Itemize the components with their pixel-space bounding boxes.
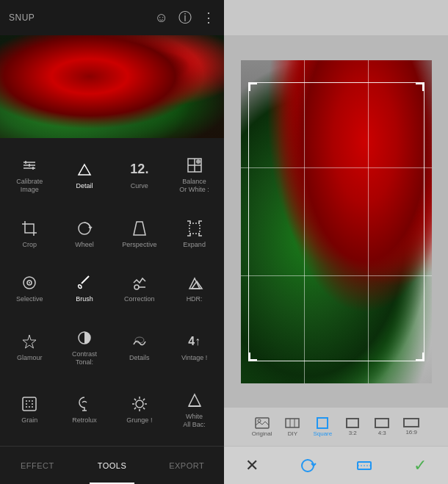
square-label: Square [313, 430, 332, 437]
tool-calibrate[interactable]: CalibrateImage [3, 144, 57, 205]
detail-icon [74, 159, 95, 180]
retrolux-icon [74, 394, 95, 414]
square-icon [317, 417, 328, 429]
details2-icon [129, 331, 150, 352]
curve-icon: 12. [129, 159, 150, 180]
svg-rect-25 [23, 397, 36, 411]
curve-label: Curve [131, 182, 148, 190]
svg-point-18 [134, 285, 139, 289]
tool-detail[interactable]: Detail [58, 144, 112, 205]
svg-line-43 [134, 408, 136, 409]
tool-retrolux[interactable]: Retrolux [58, 379, 112, 440]
tool-perspective[interactable]: Perspective [113, 206, 167, 260]
left-top-bar: SNUP ☺ ⓘ ⋮ [0, 0, 224, 35]
svg-point-32 [29, 406, 30, 408]
retrolux-label: Retrolux [72, 416, 97, 425]
ratio43-icon [375, 418, 389, 428]
hdr-label: HDR: [187, 295, 203, 303]
tool-details2[interactable]: Details [113, 316, 167, 377]
tool-wheel[interactable]: Wheel [58, 206, 112, 260]
svg-point-29 [26, 403, 27, 405]
perspective-icon [129, 218, 150, 239]
wheel-label: Wheel [75, 241, 94, 249]
aspect-32[interactable]: 3:2 [339, 415, 366, 439]
grunge-label: Grunge ! [126, 416, 152, 425]
balance-icon [184, 155, 205, 176]
rose-image [0, 35, 224, 138]
contrast-label: ContrastTonal: [72, 350, 97, 366]
svg-line-42 [143, 399, 145, 400]
diy-label: DIY [288, 430, 297, 437]
rotate-button[interactable] [295, 452, 321, 479]
tool-grain[interactable]: Grain [3, 379, 57, 440]
more-icon[interactable]: ⋮ [202, 10, 215, 26]
grunge-icon [129, 394, 150, 414]
tool-contrast[interactable]: ContrastTonal: [58, 316, 112, 377]
tool-glamour[interactable]: Glamour [3, 316, 57, 377]
right-panel: Original DIY Square 3:2 [224, 0, 448, 484]
grain-label: Grain [21, 416, 37, 425]
bottom-tabs: EFFECT TOOLS EXPORT [0, 446, 224, 484]
svg-rect-48 [286, 419, 299, 427]
balance-label: BalanceOr White : [179, 178, 209, 194]
tool-white[interactable]: WhiteAll Bac: [167, 379, 221, 440]
info-icon[interactable]: ⓘ [178, 9, 192, 26]
expand-action-button[interactable] [351, 452, 377, 479]
aspect-diy[interactable]: DIY [279, 414, 306, 440]
selective-label: Selective [16, 295, 43, 303]
svg-marker-22 [23, 335, 36, 348]
ratio32-icon [346, 418, 359, 428]
ratio169-icon [403, 418, 419, 427]
cancel-button[interactable]: ✕ [239, 452, 265, 479]
tab-effect[interactable]: EFFECT [0, 447, 75, 484]
grain-icon [19, 394, 40, 414]
wheel-icon [74, 218, 95, 239]
svg-marker-6 [79, 165, 90, 175]
crop-icon [19, 218, 40, 239]
tool-curve[interactable]: 12. Curve [113, 144, 167, 205]
tool-correction[interactable]: Correction [113, 261, 167, 315]
diy-icon [285, 417, 300, 429]
aspect-ratio-bar: Original DIY Square 3:2 [224, 408, 448, 446]
correction-label: Correction [124, 295, 155, 303]
hdr-icon [184, 272, 205, 293]
aspect-square[interactable]: Square [308, 414, 336, 440]
tool-crop[interactable]: Crop [3, 206, 57, 260]
vintage-label: Vintage ! [181, 354, 207, 362]
aspect-original[interactable]: Original [248, 414, 277, 440]
tool-balance[interactable]: BalanceOr White : [167, 144, 221, 205]
tab-export[interactable]: EXPORT [149, 447, 224, 484]
tool-vintage[interactable]: 4↑ Vintage ! [167, 316, 221, 377]
expand-label: Expand [183, 241, 206, 249]
svg-point-16 [29, 282, 30, 283]
tool-expand[interactable]: Expand [167, 206, 221, 260]
tool-grunge[interactable]: Grunge ! [113, 379, 167, 440]
ratio32-label: 3:2 [349, 430, 357, 436]
tool-hdr[interactable]: HDR: [167, 261, 221, 315]
aspect-169[interactable]: 16:9 [398, 415, 424, 438]
tool-brush[interactable]: Brush [58, 261, 112, 315]
brush-icon [74, 272, 95, 293]
app-title: SNUP [9, 12, 35, 23]
crop-label: Crop [23, 241, 37, 249]
original-icon [255, 417, 270, 429]
perspective-label: Perspective [122, 241, 156, 249]
tab-tools[interactable]: TOOLS [75, 447, 150, 484]
svg-rect-13 [189, 223, 200, 234]
ratio43-label: 4:3 [378, 430, 386, 436]
expand-tool-icon [184, 218, 205, 239]
svg-marker-12 [134, 222, 145, 235]
svg-point-33 [32, 406, 33, 408]
confirm-button[interactable]: ✓ [407, 452, 433, 479]
selective-icon [19, 272, 40, 293]
left-panel: SNUP ☺ ⓘ ⋮ CalibrateImage [0, 0, 224, 484]
svg-line-17 [82, 276, 89, 283]
aspect-43[interactable]: 4:3 [369, 415, 395, 439]
glamour-label: Glamour [17, 354, 43, 362]
vintage-icon: 4↑ [184, 331, 205, 352]
tool-selective[interactable]: Selective [3, 261, 57, 315]
svg-point-35 [136, 400, 143, 408]
face-icon[interactable]: ☺ [155, 10, 168, 26]
svg-point-27 [29, 400, 30, 402]
details2-label: Details [129, 354, 150, 362]
